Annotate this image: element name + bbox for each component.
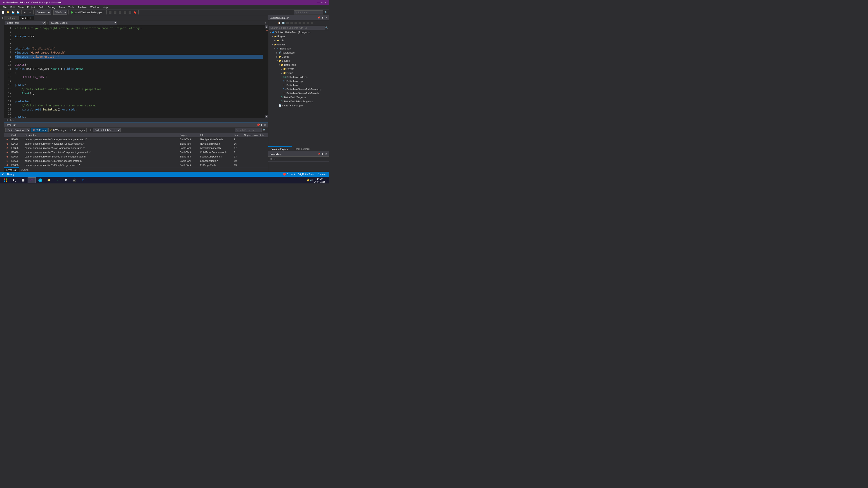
tree-battletank[interactable]: ▼ ⚙ BattleTank bbox=[268, 46, 329, 51]
tree-target-cs[interactable]: C# BattleTank.Target.cs bbox=[268, 95, 329, 99]
tree-build-cs[interactable]: C# BattleTank.Build.cs bbox=[268, 75, 329, 79]
battletank-expand-icon[interactable]: ▼ bbox=[274, 47, 276, 50]
ue4-expand-icon[interactable]: ▶ bbox=[274, 39, 276, 41]
tree-engine[interactable]: ▶ 📁 Engine bbox=[268, 34, 329, 38]
se-close-btn[interactable]: ✕ bbox=[324, 16, 328, 20]
se-search-input[interactable] bbox=[269, 26, 325, 30]
menu-file[interactable]: File bbox=[1, 5, 8, 9]
menu-analyze[interactable]: Analyze bbox=[76, 5, 88, 9]
tree-source-bt[interactable]: ▼ 📁 BattleTank bbox=[268, 63, 329, 67]
tree-solution[interactable]: ▼ 🔷 Solution 'BattleTank' (2 projects) bbox=[268, 30, 329, 34]
solution-expand-icon[interactable]: ▼ bbox=[269, 31, 272, 33]
error-badge-warnings[interactable]: ⚠ 0 Warnings bbox=[49, 128, 67, 132]
props-btn-2[interactable]: ✏ bbox=[273, 157, 277, 161]
toolbar-btn3[interactable]: ⬛ bbox=[118, 10, 122, 15]
error-col-supp-header[interactable]: Suppression State bbox=[243, 134, 268, 136]
tree-games[interactable]: ▼ 📁 Games bbox=[268, 42, 329, 46]
menu-team[interactable]: Team bbox=[57, 5, 67, 9]
se-btn-11[interactable]: ⬛ bbox=[310, 21, 313, 25]
props-btn-1[interactable]: ⚙ bbox=[269, 157, 273, 161]
taskbar-search-btn[interactable] bbox=[10, 177, 19, 183]
menu-view[interactable]: View bbox=[17, 5, 26, 9]
taskbar-explorer-btn[interactable]: 📁 bbox=[45, 177, 53, 183]
se-btn-2[interactable]: → bbox=[273, 21, 277, 25]
toolbar-btn4[interactable]: ⬛ bbox=[123, 10, 127, 15]
taskbar-epic-btn[interactable]: E bbox=[62, 177, 70, 183]
error-table[interactable]: Code Description Project File Line Suppr… bbox=[4, 133, 268, 167]
taskbar-ue4-btn[interactable]: UE bbox=[70, 177, 79, 183]
se-btn-5[interactable]: ⬛ bbox=[285, 21, 289, 25]
tree-config[interactable]: ▶ 📁 Config bbox=[268, 55, 329, 59]
se-btn-8[interactable]: ⬛ bbox=[298, 21, 301, 25]
undo-btn[interactable]: ↩ bbox=[23, 10, 27, 15]
scope-select-2[interactable]: (Global Scope) bbox=[49, 21, 117, 25]
tab-tank-h[interactable]: Tank.h ✕ bbox=[19, 15, 34, 20]
scroll-down-btn[interactable]: ▼ bbox=[265, 115, 268, 118]
new-project-btn[interactable]: 📄 bbox=[1, 10, 5, 15]
tree-gamemode-h[interactable]: H BattleTankGameModeBase.h bbox=[268, 91, 329, 95]
error-col-proj-header[interactable]: Project bbox=[179, 134, 199, 136]
menu-tools[interactable]: Tools bbox=[66, 5, 76, 9]
se-btn-3[interactable]: 📋 bbox=[277, 21, 281, 25]
save-btn[interactable]: 💾 bbox=[11, 10, 16, 15]
tree-editor-target-cs[interactable]: C# BattleTankEditor.Target.cs bbox=[268, 99, 329, 103]
source-expand-icon[interactable]: ▼ bbox=[276, 60, 278, 62]
tab-tank-h-close[interactable]: ✕ bbox=[29, 17, 31, 19]
tab-tank-cpp[interactable]: Tank.cpp bbox=[4, 15, 19, 20]
error-search-input[interactable] bbox=[235, 128, 262, 132]
save-all-btn[interactable]: 💾 bbox=[16, 10, 20, 15]
taskbar-task-view-btn[interactable]: ⬜ bbox=[19, 177, 27, 183]
tree-bt-h[interactable]: H BattleTank.h bbox=[268, 83, 329, 87]
tree-bt-cpp[interactable]: C+ BattleTank.cpp bbox=[268, 79, 329, 83]
platform-dropdown[interactable]: Win64 bbox=[53, 10, 67, 15]
open-btn[interactable]: 📁 bbox=[6, 10, 10, 15]
references-expand-icon[interactable]: ▶ bbox=[276, 52, 278, 54]
table-row[interactable]: ⊗ E1696 cannot open source file 'ActorCo… bbox=[4, 146, 268, 150]
error-badge-errors[interactable]: ⊗ 93 Errors bbox=[31, 128, 48, 132]
table-row[interactable]: ⊗ E1696 cannot open source file 'Navigat… bbox=[4, 142, 268, 146]
left-icon-1[interactable]: ◀ bbox=[0, 16, 4, 20]
play-button[interactable]: Local Windows Debugger ▾ bbox=[70, 10, 105, 15]
se-pin-btn[interactable]: 📌 bbox=[317, 16, 320, 20]
minimize-button[interactable]: — bbox=[317, 1, 320, 4]
table-row[interactable]: ⊗ E1696 cannot open source file 'EdGraph… bbox=[4, 159, 268, 163]
taskbar-vs-btn[interactable]: VS bbox=[28, 177, 36, 183]
menu-build[interactable]: Build bbox=[37, 5, 46, 9]
error-panel-float-btn[interactable]: ⬆ bbox=[260, 123, 263, 127]
close-button[interactable]: ✕ bbox=[324, 1, 327, 4]
tab-error-list[interactable]: Error List bbox=[4, 167, 19, 172]
panel-tab-solution-explorer[interactable]: Solution Explorer bbox=[268, 147, 292, 151]
props-pin-btn[interactable]: 📌 bbox=[317, 153, 320, 156]
tree-source[interactable]: ▼ 📁 Source bbox=[268, 59, 329, 63]
menu-project[interactable]: Project bbox=[25, 5, 37, 9]
se-btn-7[interactable]: ⬛ bbox=[293, 21, 297, 25]
se-btn-6[interactable]: ⬛ bbox=[289, 21, 293, 25]
engine-expand-icon[interactable]: ▶ bbox=[272, 35, 274, 37]
scroll-up-btn[interactable]: ▲ bbox=[265, 25, 268, 29]
menu-window[interactable]: Window bbox=[88, 5, 101, 9]
error-col-desc-header[interactable]: Description bbox=[24, 134, 179, 136]
build-filter-select[interactable]: Build + IntelliSense bbox=[93, 128, 121, 132]
bookmark-btn[interactable]: 🔖 bbox=[133, 10, 137, 15]
panel-tab-team-explorer[interactable]: Team Explorer bbox=[292, 147, 313, 151]
menu-edit[interactable]: Edit bbox=[8, 5, 17, 9]
title-bar-controls[interactable]: — □ ✕ bbox=[317, 1, 327, 4]
error-col-code-header[interactable]: Code bbox=[10, 134, 24, 136]
se-btn-9[interactable]: ⬛ bbox=[302, 21, 305, 25]
zoom-dropdown-icon[interactable]: ▾ bbox=[13, 119, 14, 121]
toolbar-btn2[interactable]: ⬛ bbox=[113, 10, 117, 15]
error-panel-close-btn[interactable]: ✕ bbox=[264, 123, 267, 127]
table-row[interactable]: ⊗ E1696 cannot open source file 'ChildAc… bbox=[4, 150, 268, 155]
tree-uproject[interactable]: 📄 BattleTank.uproject bbox=[268, 103, 329, 107]
tree-ue4[interactable]: ▶ 📁 UE4 bbox=[268, 38, 329, 42]
se-btn-10[interactable]: ⬛ bbox=[306, 21, 309, 25]
toolbar-btn1[interactable]: ⬛ bbox=[108, 10, 112, 15]
toolbar-btn5[interactable]: ⬛ bbox=[128, 10, 132, 15]
games-expand-icon[interactable]: ▼ bbox=[272, 43, 274, 46]
table-row[interactable]: ⊗ E1696 cannot open source file 'NavAgen… bbox=[4, 137, 268, 142]
table-row[interactable]: ⊗ E1696 cannot open source file 'EdGraph… bbox=[4, 163, 268, 167]
redo-btn[interactable]: ↪ bbox=[28, 10, 32, 15]
tree-references[interactable]: ▶ 🔗 References bbox=[268, 51, 329, 55]
error-badge-messages[interactable]: ℹ 0 Messages bbox=[68, 128, 86, 132]
maximize-button[interactable]: □ bbox=[320, 1, 324, 4]
